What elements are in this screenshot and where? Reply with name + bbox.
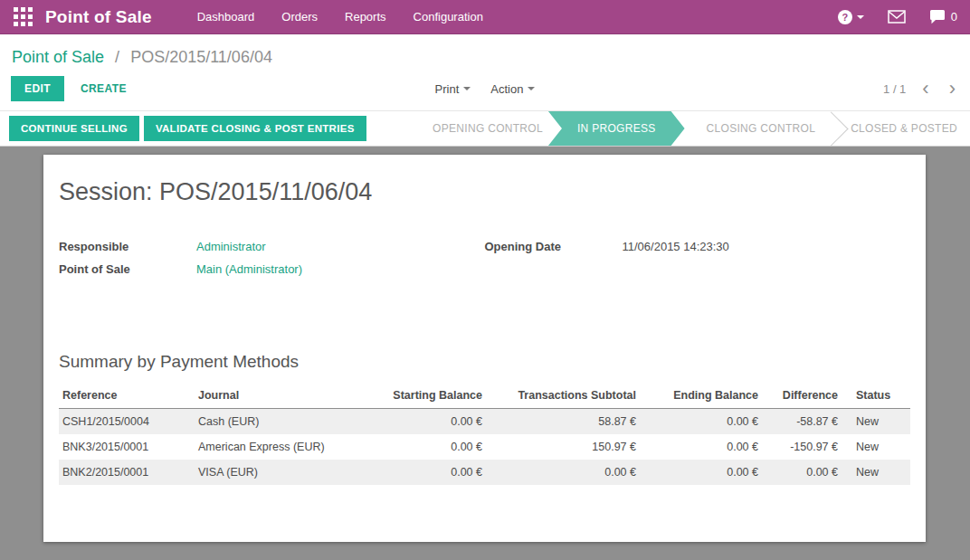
cell-transactions-subtotal: 58.87 € (486, 409, 640, 435)
col-difference: Difference (762, 383, 842, 409)
point-of-sale-label: Point of Sale (59, 262, 196, 276)
pager-value: 1 / 1 (883, 82, 906, 96)
menu-dashboard[interactable]: Dashboard (197, 10, 255, 24)
session-title: Session: POS/2015/11/06/04 (59, 178, 910, 206)
chevron-down-icon (857, 15, 864, 19)
col-reference: Reference (59, 383, 195, 409)
cell-starting-balance: 0.00 € (385, 460, 486, 485)
chevron-down-icon (528, 87, 535, 90)
table-row[interactable]: BNK2/2015/0001 VISA (EUR) 0.00 € 0.00 € … (59, 460, 910, 485)
cell-difference: 0.00 € (762, 460, 842, 485)
chat-counter[interactable]: 0 (929, 9, 957, 24)
table-row[interactable]: CSH1/2015/0004 Cash (EUR) 0.00 € 58.87 €… (59, 409, 910, 435)
col-transactions-subtotal: Transactions Subtotal (486, 383, 640, 409)
content-background: Session: POS/2015/11/06/04 Responsible A… (0, 147, 970, 560)
cell-reference: BNK3/2015/0001 (59, 434, 195, 460)
table-row[interactable]: BNK3/2015/0001 American Express (EUR) 0.… (59, 434, 910, 460)
print-menu[interactable]: Print (435, 82, 471, 96)
cell-journal: American Express (EUR) (195, 434, 385, 460)
top-menu: Dashboard Orders Reports Configuration (197, 10, 483, 24)
speech-bubble-icon (929, 9, 946, 24)
help-menu[interactable]: ? (838, 10, 864, 24)
cell-status: New (842, 460, 910, 485)
cell-starting-balance: 0.00 € (385, 409, 486, 435)
action-menu-label: Action (490, 82, 523, 96)
cell-starting-balance: 0.00 € (385, 434, 486, 460)
cell-ending-balance: 0.00 € (640, 409, 762, 435)
responsible-label: Responsible (59, 240, 196, 253)
chat-count: 0 (951, 10, 957, 24)
cell-journal: Cash (EUR) (195, 409, 385, 435)
col-starting-balance: Starting Balance (385, 383, 486, 409)
cell-reference: BNK2/2015/0001 (59, 460, 195, 485)
apps-menu-icon[interactable] (13, 7, 33, 27)
col-status: Status (842, 383, 910, 409)
pager-next-button[interactable]: › (946, 82, 959, 95)
payment-methods-table: Reference Journal Starting Balance Trans… (59, 383, 910, 485)
cell-ending-balance: 0.00 € (640, 460, 762, 485)
continue-selling-button[interactable]: CONTINUE SELLING (9, 116, 139, 141)
cell-difference: -150.97 € (762, 434, 842, 460)
summary-section-title: Summary by Payment Methods (59, 352, 910, 372)
breadcrumb-parent-link[interactable]: Point of Sale (12, 48, 104, 66)
field-group: Responsible Administrator Point of Sale … (59, 240, 910, 285)
cell-transactions-subtotal: 0.00 € (486, 460, 640, 485)
breadcrumb: Point of Sale / POS/2015/11/06/04 (0, 34, 970, 71)
step-in-progress[interactable]: IN PROGRESS (548, 111, 685, 146)
create-button[interactable]: CREATE (81, 82, 127, 95)
form-sheet: Session: POS/2015/11/06/04 Responsible A… (43, 155, 926, 542)
menu-configuration[interactable]: Configuration (414, 10, 483, 24)
opening-date-label: Opening Date (485, 240, 623, 253)
opening-date-value: 11/06/2015 14:23:30 (623, 240, 729, 253)
table-header-row: Reference Journal Starting Balance Trans… (59, 383, 910, 409)
edit-button[interactable]: EDIT (11, 76, 64, 101)
help-icon: ? (838, 10, 852, 24)
chevron-down-icon (463, 87, 471, 90)
menu-orders[interactable]: Orders (281, 10, 318, 24)
action-menu[interactable]: Action (490, 82, 535, 96)
cell-journal: VISA (EUR) (195, 460, 385, 485)
breadcrumb-separator: / (115, 48, 119, 66)
statusbar-steps: OPENING CONTROL IN PROGRESS CLOSING CONT… (411, 111, 970, 146)
cell-ending-balance: 0.00 € (640, 434, 762, 460)
cell-difference: -58.87 € (762, 409, 842, 435)
cell-status: New (842, 434, 910, 460)
grid-icon (14, 7, 33, 26)
print-menu-label: Print (435, 82, 460, 96)
control-panel: EDIT CREATE Print Action 1 / 1 ‹ › (0, 71, 970, 110)
breadcrumb-current: POS/2015/11/06/04 (130, 48, 272, 66)
col-journal: Journal (195, 383, 385, 409)
pager-previous-button[interactable]: ‹ (918, 82, 932, 95)
top-navbar: Point of Sale Dashboard Orders Reports C… (0, 0, 970, 34)
messages-icon[interactable] (888, 10, 906, 24)
cell-transactions-subtotal: 150.97 € (486, 434, 640, 460)
responsible-value-link[interactable]: Administrator (196, 240, 266, 253)
app-title: Point of Sale (45, 7, 152, 27)
validate-closing-button[interactable]: VALIDATE CLOSING & POST ENTRIES (144, 116, 366, 141)
statusbar: CONTINUE SELLING VALIDATE CLOSING & POST… (0, 110, 970, 147)
menu-reports[interactable]: Reports (345, 10, 386, 24)
cell-reference: CSH1/2015/0004 (59, 409, 195, 435)
cell-status: New (842, 409, 910, 435)
point-of-sale-value-link[interactable]: Main (Administrator) (196, 262, 302, 276)
col-ending-balance: Ending Balance (640, 383, 762, 409)
odoo-window: Point of Sale Dashboard Orders Reports C… (0, 0, 970, 560)
step-opening-control[interactable]: OPENING CONTROL (411, 111, 565, 146)
step-closed-posted[interactable]: CLOSED & POSTED (829, 111, 970, 146)
